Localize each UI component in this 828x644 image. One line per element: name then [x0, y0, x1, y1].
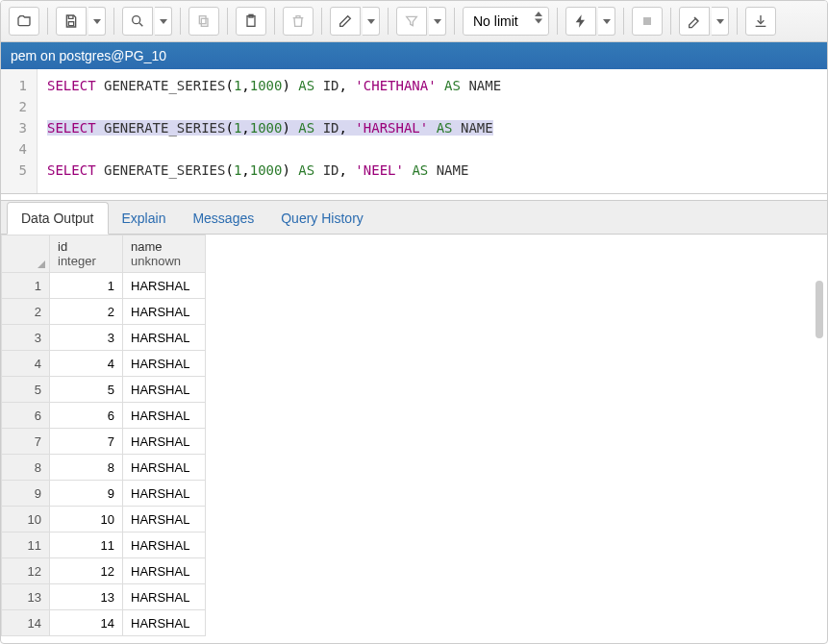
svg-rect-0: [68, 22, 73, 26]
cell-id[interactable]: 4: [50, 351, 123, 377]
column-header-name[interactable]: nameunknown: [123, 235, 206, 273]
rows-limit-select[interactable]: No limit: [463, 7, 549, 36]
row-header[interactable]: 4: [2, 351, 50, 377]
cell-id[interactable]: 9: [50, 481, 123, 507]
clear-dropdown-button[interactable]: [712, 7, 729, 36]
editor-gutter: 12345: [1, 69, 38, 193]
tab-query-history[interactable]: Query History: [267, 203, 377, 234]
connection-label: pem on postgres@PG_10: [11, 48, 166, 63]
svg-rect-6: [643, 17, 651, 25]
cell-id[interactable]: 12: [50, 558, 123, 584]
sql-editor[interactable]: 12345 SELECT GENERATE_SERIES(1,1000) AS …: [1, 69, 827, 194]
execute-button[interactable]: [565, 7, 596, 36]
filter-button[interactable]: [396, 7, 427, 36]
row-header[interactable]: 10: [2, 507, 50, 533]
cell-id[interactable]: 6: [50, 403, 123, 429]
row-header[interactable]: 5: [2, 377, 50, 403]
vertical-scrollbar[interactable]: [815, 281, 823, 338]
table-row[interactable]: 66HARSHAL: [2, 403, 206, 429]
cell-name[interactable]: HARSHAL: [123, 273, 206, 299]
connection-bar: pem on postgres@PG_10: [1, 42, 827, 69]
cell-id[interactable]: 13: [50, 584, 123, 610]
cell-name[interactable]: HARSHAL: [123, 558, 206, 584]
save-button[interactable]: [56, 7, 87, 36]
cell-id[interactable]: 11: [50, 533, 123, 558]
row-header[interactable]: 6: [2, 403, 50, 429]
cell-name[interactable]: HARSHAL: [123, 299, 206, 325]
table-row[interactable]: 1313HARSHAL: [2, 584, 206, 610]
cell-id[interactable]: 8: [50, 455, 123, 481]
row-header[interactable]: 9: [2, 481, 50, 507]
cell-id[interactable]: 14: [50, 610, 123, 636]
row-header[interactable]: 2: [2, 299, 50, 325]
cell-name[interactable]: HARSHAL: [123, 610, 206, 636]
stop-button[interactable]: [632, 7, 663, 36]
row-header[interactable]: 3: [2, 325, 50, 351]
output-tabs: Data Output Explain Messages Query Histo…: [1, 200, 827, 235]
cell-name[interactable]: HARSHAL: [123, 429, 206, 455]
cell-id[interactable]: 7: [50, 429, 123, 455]
column-header-id[interactable]: idinteger: [50, 235, 123, 273]
table-row[interactable]: 77HARSHAL: [2, 429, 206, 455]
table-row[interactable]: 88HARSHAL: [2, 455, 206, 481]
tab-data-output[interactable]: Data Output: [7, 202, 109, 235]
cell-id[interactable]: 2: [50, 299, 123, 325]
table-row[interactable]: 11HARSHAL: [2, 273, 206, 299]
table-row[interactable]: 1414HARSHAL: [2, 610, 206, 636]
cell-id[interactable]: 1: [50, 273, 123, 299]
cell-name[interactable]: HARSHAL: [123, 455, 206, 481]
cell-name[interactable]: HARSHAL: [123, 377, 206, 403]
cell-name[interactable]: HARSHAL: [123, 481, 206, 507]
row-header[interactable]: 1: [2, 273, 50, 299]
cell-id[interactable]: 5: [50, 377, 123, 403]
table-row[interactable]: 44HARSHAL: [2, 351, 206, 377]
paste-button[interactable]: [236, 7, 266, 36]
cell-id[interactable]: 3: [50, 325, 123, 351]
edit-button[interactable]: [330, 7, 361, 36]
table-row[interactable]: 22HARSHAL: [2, 299, 206, 325]
cell-name[interactable]: HARSHAL: [123, 325, 206, 351]
table-row[interactable]: 1111HARSHAL: [2, 533, 206, 558]
cell-name[interactable]: HARSHAL: [123, 403, 206, 429]
row-header[interactable]: 7: [2, 429, 50, 455]
results-grid-wrap: idinteger nameunknown 11HARSHAL22HARSHAL…: [1, 235, 827, 638]
cell-name[interactable]: HARSHAL: [123, 507, 206, 533]
table-row[interactable]: 1010HARSHAL: [2, 507, 206, 533]
table-row[interactable]: 1212HARSHAL: [2, 558, 206, 584]
svg-rect-2: [201, 18, 208, 26]
table-row[interactable]: 33HARSHAL: [2, 325, 206, 351]
clear-button[interactable]: [679, 7, 710, 36]
row-header[interactable]: 14: [2, 610, 50, 636]
grid-corner[interactable]: [2, 235, 50, 273]
svg-rect-3: [199, 16, 206, 24]
download-button[interactable]: [745, 7, 776, 36]
filter-dropdown-button[interactable]: [429, 7, 446, 36]
editor-content[interactable]: SELECT GENERATE_SERIES(1,1000) AS ID, 'C…: [38, 69, 511, 193]
row-header[interactable]: 8: [2, 455, 50, 481]
find-button[interactable]: [122, 7, 153, 36]
results-grid[interactable]: idinteger nameunknown 11HARSHAL22HARSHAL…: [1, 235, 206, 636]
row-header[interactable]: 13: [2, 584, 50, 610]
cell-name[interactable]: HARSHAL: [123, 533, 206, 558]
copy-button[interactable]: [188, 7, 219, 36]
table-row[interactable]: 99HARSHAL: [2, 481, 206, 507]
cell-id[interactable]: 10: [50, 507, 123, 533]
tab-messages[interactable]: Messages: [179, 203, 267, 234]
open-file-button[interactable]: [9, 7, 39, 36]
save-dropdown-button[interactable]: [88, 7, 106, 36]
find-dropdown-button[interactable]: [155, 7, 172, 36]
execute-dropdown-button[interactable]: [598, 7, 615, 36]
svg-point-1: [133, 16, 140, 24]
delete-button[interactable]: [283, 7, 314, 36]
row-header[interactable]: 12: [2, 558, 50, 584]
row-header[interactable]: 11: [2, 533, 50, 558]
cell-name[interactable]: HARSHAL: [123, 584, 206, 610]
table-row[interactable]: 55HARSHAL: [2, 377, 206, 403]
tab-explain[interactable]: Explain: [109, 203, 180, 234]
edit-dropdown-button[interactable]: [363, 7, 380, 36]
cell-name[interactable]: HARSHAL: [123, 351, 206, 377]
main-toolbar: No limit: [1, 1, 827, 42]
